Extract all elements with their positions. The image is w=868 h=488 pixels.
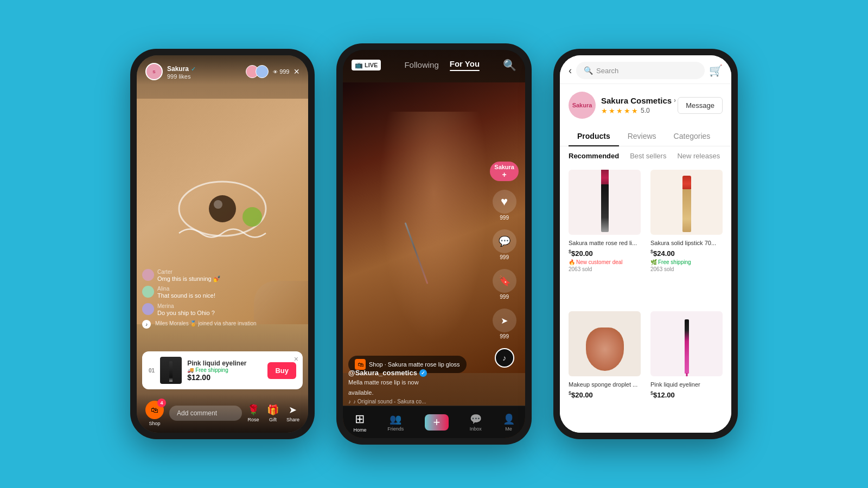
nav-following[interactable]: Following [404, 60, 438, 70]
star-4: ★ [624, 107, 630, 115]
product-shipping: 🚚 Free shipping [187, 367, 262, 373]
nav-tab-home[interactable]: ⊞ Home [353, 412, 366, 433]
active-nav-underline [450, 70, 480, 71]
create-button[interactable]: + [425, 414, 449, 431]
search-button[interactable]: 🔍 [503, 59, 516, 72]
chat-avatar-2 [142, 286, 154, 298]
caption-line-1: Mella matte rose lip is now [348, 378, 493, 387]
product-details: Pink liquid eyeliner 🚚 Free shipping $12… [187, 359, 262, 382]
creator-handle: @Sakura_cosmetics ✓ [348, 369, 493, 377]
product-card-3[interactable]: Makeup sponge droplet ... $$20.00 [564, 307, 645, 433]
chat-text-2: That sound is so nice! [157, 292, 215, 299]
product-subtabs: Recommended Best sellers New releases [560, 146, 731, 165]
verified-badge: ✓ [419, 369, 427, 377]
comment-count: 999 [500, 254, 509, 260]
main-tabs: Products Reviews Categories [560, 126, 731, 146]
product-number: 01 [149, 368, 155, 374]
chat-msg-4: ♪ Miles Morales 🏅 joined via share invat… [142, 320, 257, 330]
share-icon: ➤ [289, 404, 297, 416]
cart-button[interactable]: 🛒 [709, 64, 723, 77]
nav-tab-inbox[interactable]: 💬 Inbox [470, 413, 482, 432]
phone-2-feed: 📺 LIVE Following For You 🔍 [336, 43, 532, 445]
message-button[interactable]: Message [678, 97, 723, 114]
creator-follow-badge[interactable]: Sakura + [490, 162, 519, 181]
buy-button[interactable]: Buy [267, 362, 296, 379]
brand-logo: Sakura [569, 92, 596, 119]
product-card-4[interactable]: Pink liquid eyeliner $$12.00 [646, 307, 727, 433]
gift-button[interactable]: 🎁 Gift [267, 404, 279, 422]
live-bottom-bar: 🛍 4 Shop Add comment 🌹 Rose 🎁 Gif [137, 394, 308, 433]
chat-messages: Carter Omg this is stunning 💅 Alina That… [142, 269, 257, 330]
product-image-3 [569, 311, 641, 376]
brand-info-left: Sakura Sakura Cosmetics › ★ ★ ★ ★ [569, 92, 676, 119]
streamer-info: S Sakura ✓ 999 likes [145, 63, 196, 80]
bookmark-count: 999 [500, 294, 509, 300]
streamer-username: Sakura ✓ [167, 63, 196, 73]
product-card: × 01 Pink liquid eyeliner 🚚 Free shippin… [142, 351, 303, 389]
shop-button[interactable]: 🛍 4 Shop [145, 401, 164, 426]
comment-input[interactable]: Add comment [169, 406, 242, 421]
product-image-4 [650, 311, 723, 376]
phone-3-shop: ‹ 🔍 Search 🛒 Sakura Sakura Cosmetics [553, 49, 738, 439]
rating-value: 5.0 [641, 107, 650, 114]
chat-text-3: Do you ship to Ohio ? [157, 309, 215, 317]
share-action-button[interactable]: ➤ 999 [493, 309, 516, 339]
join-message: Miles Morales 🏅 joined via share invatio… [155, 320, 257, 327]
svg-point-2 [214, 200, 222, 209]
subtab-recommended[interactable]: Recommended [569, 152, 619, 160]
brand-details: Sakura Cosmetics › ★ ★ ★ ★ ★ 5.0 [601, 96, 676, 115]
product-price-4: $$12.00 [650, 390, 723, 399]
nav-tab-create[interactable]: + [425, 414, 449, 431]
fire-icon: 🔥 [569, 259, 575, 265]
tiktok-logo: ♪ [495, 348, 514, 368]
profile-label: Me [505, 426, 512, 432]
nav-foryou[interactable]: For You [450, 59, 480, 71]
nav-tab-friends[interactable]: 👥 Friends [387, 413, 404, 432]
product-name-3: Makeup sponge droplet ... [569, 381, 641, 388]
streamer-name-group: Sakura ✓ 999 likes [167, 63, 196, 80]
product-name-4: Pink liquid eyeliner [650, 381, 723, 388]
subtab-bestsellers[interactable]: Best sellers [630, 152, 666, 160]
brand-section: Sakura Sakura Cosmetics › ★ ★ ★ ★ [560, 84, 731, 126]
live-badge: 📺 LIVE [352, 60, 381, 70]
music-icon: ♪ [348, 399, 351, 404]
tiktok-share-icon: ♪ [142, 320, 152, 330]
svg-point-3 [242, 207, 262, 227]
gift-label: Gift [269, 417, 277, 422]
chat-username-2: Alina [157, 286, 215, 292]
tab-categories[interactable]: Categories [665, 126, 719, 146]
chat-avatar-1 [142, 269, 154, 281]
home-label: Home [353, 427, 366, 433]
bottom-actions: 🌹 Rose 🎁 Gift ➤ Share [247, 404, 299, 422]
chat-avatar-3 [142, 303, 154, 315]
comment-button[interactable]: 💬 999 [493, 229, 516, 260]
rose-button[interactable]: 🌹 Rose [247, 404, 259, 422]
phone-1-screen: S Sakura ✓ 999 likes [137, 55, 308, 433]
inbox-icon: 💬 [470, 413, 482, 425]
like-button[interactable]: ♥ 999 [493, 190, 516, 221]
search-bar[interactable]: 🔍 Search [576, 62, 705, 79]
tv-icon: 📺 [355, 61, 363, 69]
search-icon: 🔍 [584, 66, 593, 75]
shop-header: ‹ 🔍 Search 🛒 [560, 55, 731, 84]
product-card-1[interactable]: Sakura matte rose red li... $$20.00 🔥 Ne… [564, 165, 645, 306]
share-button[interactable]: ➤ Share [286, 404, 299, 422]
tab-products[interactable]: Products [569, 126, 619, 146]
star-5: ★ [631, 107, 638, 115]
close-live-button[interactable]: × [293, 66, 299, 78]
back-button[interactable]: ‹ [569, 65, 572, 76]
likes-count: 999 likes [167, 73, 196, 80]
subtab-newreleases[interactable]: New releases [677, 152, 720, 160]
nav-tab-profile[interactable]: 👤 Me [503, 413, 515, 432]
inbox-label: Inbox [470, 426, 482, 432]
product-card-2[interactable]: Sakura solid lipstick 70... $$24.00 🌿 Fr… [646, 165, 727, 306]
bookmark-button[interactable]: 🔖 999 [493, 269, 516, 300]
tab-reviews[interactable]: Reviews [619, 126, 665, 146]
product-price-2: $$24.00 [650, 249, 723, 258]
right-action-panel: Sakura + ♥ 999 💬 999 🔖 999 [490, 162, 519, 368]
close-product-icon[interactable]: × [294, 355, 298, 363]
forward-icon: ➤ [493, 309, 516, 332]
brand-name[interactable]: Sakura Cosmetics › [601, 96, 676, 105]
phone-1-live-stream: S Sakura ✓ 999 likes [130, 49, 315, 439]
shop-page: ‹ 🔍 Search 🛒 Sakura Sakura Cosmetics [560, 55, 731, 433]
